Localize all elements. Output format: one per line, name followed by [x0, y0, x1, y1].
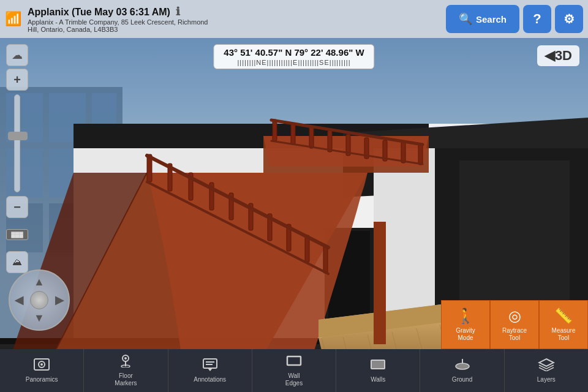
svg-marker-27 [159, 227, 352, 241]
info-icon[interactable]: ℹ [176, 6, 180, 18]
svg-rect-54 [273, 119, 277, 141]
joystick-right-arrow: ▶ [55, 293, 64, 307]
raytrace-label: RaytraceTool [502, 327, 527, 342]
coordinates-text: 43° 51' 40.57" N 79° 22' 48.96" W [224, 47, 364, 58]
floor-markers-icon [117, 354, 134, 371]
joystick-center [30, 291, 48, 309]
layers-tool[interactable]: Layers [505, 349, 588, 392]
cloud-icon: ☁ [12, 48, 23, 62]
wall-edges-icon [285, 354, 303, 371]
app-subtitle-line1: Applanix - A Trimble Company, 85 Leek Cr… [28, 18, 208, 26]
svg-rect-17 [459, 160, 570, 320]
app-title-text: Applanix (Tue May 03 6:31 AM) [28, 7, 170, 17]
zoom-out-button[interactable]: − [6, 196, 28, 218]
svg-marker-91 [539, 359, 554, 366]
zoom-out-icon: − [13, 200, 21, 214]
svg-point-77 [40, 363, 43, 366]
settings-button[interactable]: ⚙ [555, 5, 583, 33]
panoramics-label: Panoramics [26, 376, 58, 383]
svg-marker-85 [208, 368, 213, 371]
zoom-in-icon: + [13, 73, 21, 87]
svg-rect-74 [374, 222, 386, 344]
wall-edges-label: WallEdges [285, 372, 303, 387]
badge-3d: ◀3D [537, 45, 579, 66]
settings-icon: ⚙ [564, 12, 575, 26]
app-title-block: Applanix (Tue May 03 6:31 AM) ℹ Applanix… [28, 5, 208, 33]
raytrace-tool-button[interactable]: ◎ RaytraceTool [490, 300, 539, 349]
left-toolbar: + − ▓▓▓ ⛰ [6, 69, 28, 273]
svg-marker-31 [172, 292, 333, 310]
svg-rect-87 [371, 360, 385, 369]
panoramics-icon [33, 358, 50, 375]
zoom-slider-container [14, 93, 20, 194]
floor-markers-label: FloorMarkers [115, 372, 137, 387]
search-button[interactable]: 🔍 Search [446, 5, 519, 33]
cloud-button[interactable]: ☁ [6, 44, 28, 66]
battery-level: ▓▓▓ [11, 232, 23, 238]
annotations-tool[interactable]: Annotations [168, 349, 252, 392]
compass-bar: ||||||||NE|||||||||||E|||||||||SE|||||||… [224, 59, 364, 66]
ground-tool[interactable]: Ground [420, 349, 504, 392]
walls-icon [369, 358, 386, 375]
svg-rect-56 [309, 127, 314, 148]
header-left: 📶 Applanix (Tue May 03 6:31 AM) ℹ Applan… [5, 5, 446, 33]
walls-label: Walls [371, 376, 385, 383]
joystick-up-arrow: ▲ [34, 276, 45, 288]
svg-marker-26 [156, 212, 356, 227]
zoom-slider-track[interactable] [14, 94, 20, 192]
joystick-container: ▲ ▼ ◀ ▶ [9, 270, 70, 331]
svg-point-89 [456, 363, 469, 369]
wall-edges-tool[interactable]: WallEdges [252, 349, 336, 392]
svg-point-79 [124, 357, 127, 360]
svg-marker-32 [175, 310, 327, 330]
app-title: Applanix (Tue May 03 6:31 AM) ℹ [28, 5, 208, 18]
ground-icon [454, 358, 471, 375]
coordinate-bar: 43° 51' 40.57" N 79° 22' 48.96" W ||||||… [213, 44, 374, 69]
gravity-mode-button[interactable]: 🚶 GravityMode [441, 300, 490, 349]
battery-icon: ▓▓▓ [6, 229, 28, 240]
joystick[interactable]: ▲ ▼ ◀ ▶ [9, 270, 70, 331]
measure-tool-button[interactable]: 📏 MeasureTool [539, 300, 588, 349]
svg-rect-61 [401, 142, 405, 163]
svg-rect-82 [203, 359, 217, 368]
search-icon: 🔍 [459, 12, 472, 26]
svg-rect-57 [328, 130, 332, 152]
wifi-icon: 📶 [5, 11, 21, 27]
help-button[interactable]: ? [523, 5, 551, 33]
joystick-down-arrow: ▼ [34, 312, 45, 325]
svg-marker-30 [168, 274, 338, 292]
zoom-in-button[interactable]: + [6, 69, 28, 91]
gravity-label: GravityMode [456, 327, 475, 342]
measure-label: MeasureTool [552, 327, 576, 342]
svg-rect-62 [418, 144, 423, 165]
measure-icon: 📏 [554, 307, 573, 325]
ground-label: Ground [452, 376, 472, 383]
joystick-left-arrow: ◀ [15, 293, 23, 307]
tilt-icon: ⛰ [12, 257, 22, 268]
panoramics-tool[interactable]: Panoramics [0, 349, 84, 392]
svg-marker-24 [150, 185, 364, 198]
help-label: ? [533, 11, 541, 27]
header-right: 🔍 Search ? ⚙ [446, 5, 583, 33]
walls-tool[interactable]: Walls [336, 349, 420, 392]
svg-rect-86 [287, 356, 301, 365]
compass-text: ||||||||NE|||||||||||E|||||||||SE|||||||… [237, 59, 350, 66]
badge-3d-text: ◀3D [545, 48, 572, 63]
app-subtitle-line2: Hill, Ontario, Canada, L4B3B3 [28, 26, 208, 33]
search-label: Search [476, 14, 507, 24]
zoom-slider-thumb[interactable] [8, 132, 28, 140]
annotations-icon [202, 358, 219, 375]
header: 📶 Applanix (Tue May 03 6:31 AM) ℹ Applan… [0, 0, 588, 38]
annotations-label: Annotations [194, 376, 226, 383]
right-tools-panel: 🚶 GravityMode ◎ RaytraceTool 📏 MeasureTo… [441, 300, 588, 349]
bottom-toolbar: Panoramics FloorMarkers Annotations Wall… [0, 349, 588, 392]
gravity-icon: 🚶 [456, 307, 475, 325]
svg-rect-55 [291, 123, 295, 145]
svg-rect-46 [323, 246, 328, 273]
svg-marker-33 [178, 330, 321, 350]
svg-marker-29 [165, 257, 343, 274]
raytrace-icon: ◎ [508, 307, 521, 325]
floor-markers-tool[interactable]: FloorMarkers [84, 349, 168, 392]
layers-icon [538, 358, 555, 375]
layers-label: Layers [537, 376, 556, 383]
